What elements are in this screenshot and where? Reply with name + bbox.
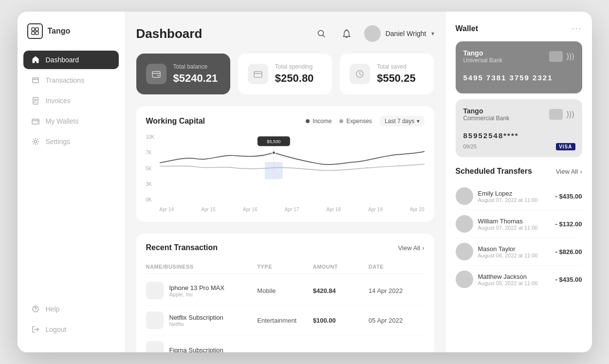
tx-name-2: Figma Subscription: [146, 341, 258, 352]
header-actions: Daniel Wright ▾: [314, 25, 434, 42]
transfer-item-0: Emily Lopez August 07, 2022 at 11:00 - $…: [456, 182, 582, 210]
wallet-icon: [31, 117, 40, 126]
card-number-1: 5495 7381 3759 2321: [463, 73, 574, 82]
transactions-section: Recent Transaction View All › NAME/BUSIN…: [136, 234, 434, 352]
sidebar-item-transactions[interactable]: Transactions: [23, 71, 119, 90]
svg-rect-4: [33, 78, 38, 83]
chart-controls: Income Expenses Last 7 days ▾: [306, 116, 424, 127]
y-label-4: 0K: [146, 197, 160, 202]
tx-date-1: 05 Apr 2022: [369, 317, 424, 324]
chart-filter-button[interactable]: Last 7 days ▾: [380, 116, 424, 127]
card-brand-area-1: Tango Universal Bank: [463, 49, 503, 64]
transfer-avatar-1: [456, 215, 473, 233]
tx-title-1: Netflix Subscription: [169, 314, 223, 321]
card-chip-1: [549, 51, 563, 62]
sidebar-item-logout-label: Logout: [46, 326, 67, 333]
stat-card-balance: Total balance $5240.21: [136, 54, 230, 94]
stat-card-spending: Total spending $250.80: [238, 54, 332, 94]
table-row: Netflix Subscription Netflix Entertainme…: [146, 306, 424, 335]
stat-content-spending: Total spending $250.80: [275, 63, 314, 85]
x-label-5: Apr 19: [368, 207, 382, 212]
sidebar-item-wallets[interactable]: My Wallets: [23, 112, 119, 130]
y-label-2: 5K: [146, 166, 160, 171]
transfer-name-0: Emily Lopez: [478, 190, 538, 197]
svg-rect-2: [32, 32, 35, 35]
notifications-button[interactable]: [339, 26, 354, 41]
page-title: Dashboard: [136, 26, 203, 41]
tx-amount-1: $100.00: [313, 317, 369, 324]
y-label-1: 7K: [146, 150, 160, 155]
tx-info-1: Netflix Subscription Netflix: [169, 314, 223, 327]
tx-name-0: Iphone 13 Pro MAX Apple, Inc: [146, 282, 258, 299]
sidebar-item-dashboard-label: Dashboard: [46, 56, 79, 64]
tx-icon-2: [146, 341, 164, 352]
transfer-info-0: Emily Lopez August 07, 2022 at 11:00: [478, 190, 538, 203]
tx-date-0: 14 Apr 2022: [369, 287, 424, 294]
app-container: Tango Dashboard Transactions: [18, 12, 592, 352]
tx-info-0: Iphone 13 Pro MAX Apple, Inc: [169, 284, 224, 297]
card-wave-1: ))): [567, 52, 574, 61]
sidebar-item-dashboard[interactable]: Dashboard: [23, 51, 119, 69]
saved-icon: [350, 64, 370, 84]
transactions-view-all-label: View All: [398, 244, 420, 252]
x-label-4: Apr 18: [327, 207, 341, 212]
chart-legend: Income Expenses: [306, 118, 372, 125]
card-chip-2: [549, 109, 563, 120]
transfers-view-all[interactable]: View All ›: [556, 168, 582, 175]
card-logo-area-2: ))): [549, 109, 574, 120]
card-top-2: Tango Commercial Bank ))): [463, 107, 574, 122]
x-label-0: Apr 14: [160, 207, 174, 212]
wallet-more-button[interactable]: ···: [572, 23, 582, 34]
transfer-item-2: Mason Taylor August 06, 2022 at 11:00 - …: [456, 238, 582, 266]
sidebar-item-settings[interactable]: Settings: [23, 132, 119, 151]
saved-value: $550.25: [377, 72, 416, 85]
tx-subtitle-1: Netflix: [169, 321, 223, 327]
transactions-title: Recent Transaction: [146, 243, 218, 252]
search-button[interactable]: [314, 26, 329, 41]
card-brand-2: Tango: [463, 107, 510, 115]
transfer-date-1: August 07, 2022 at 11:00: [478, 225, 538, 231]
transactions-header: Recent Transaction View All ›: [146, 243, 424, 252]
table-row: Iphone 13 Pro MAX Apple, Inc Mobile $420…: [146, 276, 424, 306]
chart-title: Working Capital: [146, 117, 205, 126]
sidebar-item-logout[interactable]: Logout: [23, 320, 119, 339]
sidebar-bottom: Help Logout: [18, 300, 125, 341]
chart-y-labels: 10K 7K 5K 3K 0K: [146, 134, 160, 202]
logo-text: Tango: [48, 27, 71, 36]
sidebar-nav: Dashboard Transactions I: [18, 51, 125, 300]
tx-info-2: Figma Subscription: [169, 346, 223, 353]
legend-income: Income: [306, 118, 332, 125]
y-label-0: 10K: [146, 134, 160, 140]
transfer-amount-1: - $132.00: [555, 220, 582, 228]
x-label-3: Apr 17: [285, 207, 299, 212]
transfers-title: Scheduled Transfers: [456, 167, 532, 176]
transactions-view-all-arrow: ›: [422, 244, 424, 252]
transfer-item-1: William Thomas August 07, 2022 at 11:00 …: [456, 210, 582, 238]
help-icon: [31, 305, 40, 313]
svg-rect-12: [152, 72, 160, 77]
sidebar-item-help[interactable]: Help: [23, 300, 119, 318]
chart-x-labels: Apr 14 Apr 15 Apr 16 Apr 17 Apr 18 Apr 1…: [160, 207, 424, 212]
transfer-amount-3: - $435.00: [555, 276, 582, 283]
chart-area: 10K 7K 5K 3K 0K $5,500: [146, 134, 424, 212]
transactions-view-all[interactable]: View All ›: [398, 244, 424, 252]
main-header: Dashboard Daniel Wright: [136, 25, 434, 42]
stat-card-saved: Total saved $550.25: [340, 54, 434, 94]
settings-icon: [31, 137, 40, 146]
main-content: Dashboard Daniel Wright: [125, 12, 446, 352]
transfer-amount-0: - $435.00: [555, 193, 582, 200]
legend-expenses: Expenses: [339, 118, 372, 125]
sidebar-item-invoices[interactable]: Invoices: [23, 91, 119, 110]
card-brand-area-2: Tango Commercial Bank: [463, 107, 510, 122]
invoices-icon: [31, 96, 40, 105]
legend-expenses-dot: [339, 119, 343, 123]
transfers-view-all-arrow: ›: [580, 168, 582, 175]
chart-section: Working Capital Income Expenses Last: [136, 106, 434, 222]
transfer-info-3: Matthew Jackson August 05, 2022 at 11:00: [478, 273, 538, 286]
spending-value: $250.80: [275, 72, 314, 85]
svg-point-13: [157, 75, 159, 76]
user-menu[interactable]: Daniel Wright ▾: [364, 25, 434, 42]
tx-icon-0: [146, 282, 164, 299]
svg-text:$5,500: $5,500: [267, 139, 280, 144]
tx-name-1: Netflix Subscription Netflix: [146, 311, 258, 329]
